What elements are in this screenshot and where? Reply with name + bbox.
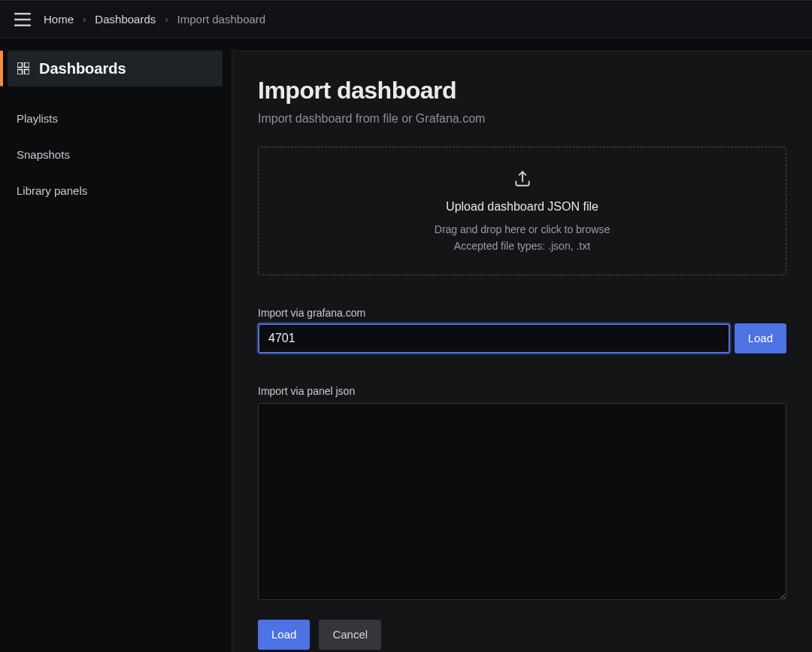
breadcrumb-dashboards[interactable]: Dashboards — [95, 13, 156, 26]
chevron-right-icon: › — [83, 14, 86, 25]
menu-toggle[interactable] — [12, 9, 33, 30]
sidebar-item-snapshots[interactable]: Snapshots — [8, 136, 223, 172]
dashboards-icon — [17, 62, 30, 75]
page-title: Import dashboard — [258, 77, 786, 105]
load-button[interactable]: Load — [258, 620, 310, 650]
svg-rect-0 — [14, 13, 31, 14]
upload-icon — [513, 168, 532, 188]
panel-json-label: Import via panel json — [258, 385, 786, 397]
breadcrumb-home[interactable]: Home — [44, 13, 74, 26]
chevron-right-icon: › — [165, 14, 168, 25]
sidebar-item-playlists[interactable]: Playlists — [8, 100, 223, 136]
topbar: Home › Dashboards › Import dashboard — [0, 0, 812, 38]
sidebar-item-label: Library panels — [17, 184, 87, 197]
hamburger-icon — [14, 13, 31, 26]
breadcrumb: Home › Dashboards › Import dashboard — [44, 13, 265, 26]
sidebar-item-library-panels[interactable]: Library panels — [8, 172, 223, 208]
svg-rect-3 — [17, 62, 23, 68]
svg-rect-5 — [17, 70, 23, 75]
sidebar-item-label: Snapshots — [17, 148, 70, 161]
svg-rect-4 — [25, 62, 30, 68]
sidebar: Dashboards Playlists Snapshots Library p… — [0, 38, 232, 652]
grafana-com-input[interactable] — [258, 323, 730, 353]
svg-rect-6 — [25, 70, 30, 75]
main-content: Import dashboard Import dashboard from f… — [232, 50, 812, 652]
breadcrumb-current: Import dashboard — [177, 13, 266, 26]
sidebar-item-dashboards[interactable]: Dashboards — [8, 50, 223, 86]
svg-rect-2 — [14, 24, 31, 26]
dropzone-title: Upload dashboard JSON file — [446, 200, 598, 214]
upload-dropzone[interactable]: Upload dashboard JSON file Drag and drop… — [258, 147, 786, 275]
cancel-button[interactable]: Cancel — [319, 620, 381, 650]
page-subtitle: Import dashboard from file or Grafana.co… — [258, 112, 786, 126]
grafana-com-load-button[interactable]: Load — [735, 323, 786, 353]
dropzone-hint: Drag and drop here or click to browse Ac… — [435, 221, 610, 255]
svg-rect-1 — [14, 18, 31, 20]
sidebar-item-label: Dashboards — [39, 60, 126, 77]
sidebar-item-label: Playlists — [17, 112, 58, 125]
panel-json-textarea[interactable] — [258, 403, 786, 600]
grafana-com-label: Import via grafana.com — [258, 307, 786, 319]
